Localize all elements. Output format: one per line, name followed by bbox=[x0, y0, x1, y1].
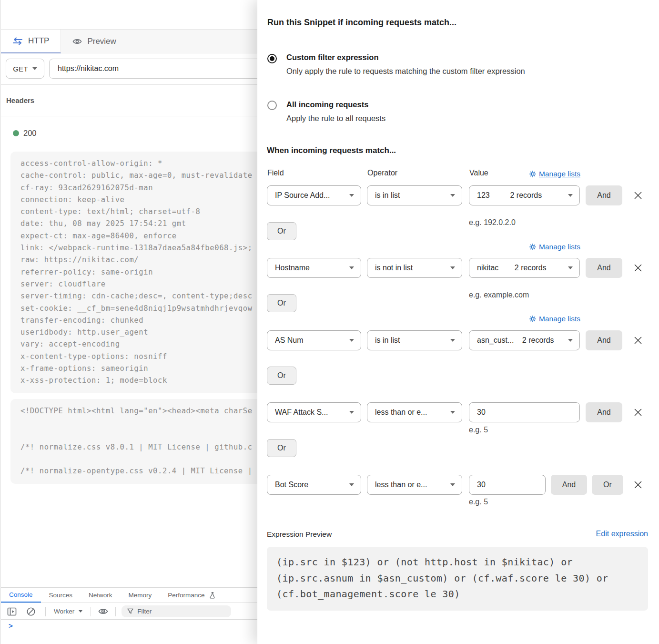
method-select[interactable]: GET bbox=[6, 59, 44, 79]
field-select-row5[interactable]: Bot Score bbox=[267, 475, 361, 495]
or-button-row2[interactable]: Or bbox=[267, 294, 296, 312]
radio-custom-filter-label: Custom filter expression bbox=[286, 53, 378, 62]
field-select-row3[interactable]: AS Num bbox=[267, 330, 361, 350]
value-select-row2[interactable]: nikitac 2 records bbox=[469, 258, 580, 278]
eye-icon bbox=[72, 38, 82, 45]
manage-lists-link[interactable]: Manage lists bbox=[529, 315, 580, 323]
or-button-row5[interactable]: Or bbox=[592, 475, 623, 495]
status-code: 200 bbox=[23, 129, 37, 138]
radio-custom-filter-description: Only apply the rule to requests matching… bbox=[286, 67, 525, 76]
tab-preview[interactable]: Preview bbox=[61, 30, 127, 53]
status-dot-icon bbox=[13, 130, 19, 136]
chevron-down-icon bbox=[349, 483, 354, 486]
chevron-down-icon bbox=[349, 194, 354, 197]
screen: HTTP Preview GET https://nikitac.com Hea… bbox=[0, 0, 659, 644]
chevron-down-icon bbox=[450, 483, 455, 486]
chevron-down-icon bbox=[349, 411, 354, 414]
remove-condition-row5[interactable] bbox=[633, 480, 643, 490]
gear-icon bbox=[529, 316, 536, 322]
operator-select-row2[interactable]: is not in list bbox=[367, 258, 462, 278]
manage-lists-link[interactable]: Manage lists bbox=[529, 243, 580, 251]
chevron-down-icon bbox=[568, 266, 573, 269]
expression-line: (cf.bot_management.score le 30) bbox=[276, 586, 639, 603]
tab-preview-label: Preview bbox=[87, 37, 116, 46]
scrollbar-track-line[interactable] bbox=[654, 0, 654, 644]
chevron-down-icon bbox=[32, 67, 37, 70]
and-button-row5[interactable]: And bbox=[551, 475, 587, 495]
chevron-down-icon bbox=[568, 339, 573, 342]
chevron-down-icon bbox=[349, 266, 354, 269]
remove-condition-row2[interactable] bbox=[633, 263, 643, 273]
value-input-row4[interactable]: 30 bbox=[469, 402, 580, 422]
chevron-down-icon bbox=[450, 339, 455, 342]
swap-arrows-icon bbox=[12, 37, 23, 45]
edit-expression-link[interactable]: Edit expression bbox=[596, 530, 648, 538]
or-button-row1[interactable]: Or bbox=[267, 222, 296, 240]
devtools-tab-sources[interactable]: Sources bbox=[41, 588, 81, 603]
divider bbox=[45, 607, 46, 616]
snippet-rule-drawer: Run this Snippet if incoming requests ma… bbox=[257, 0, 659, 644]
and-button-row1[interactable]: And bbox=[586, 185, 622, 205]
tab-http[interactable]: HTTP bbox=[1, 30, 61, 53]
or-button-row4[interactable]: Or bbox=[267, 439, 296, 457]
operator-select-row3[interactable]: is in list bbox=[367, 330, 462, 350]
value-select-row3[interactable]: asn_cust... 2 records bbox=[469, 330, 580, 350]
column-label-value: Value bbox=[469, 169, 488, 177]
gear-icon bbox=[529, 171, 536, 177]
field-select-row2[interactable]: Hostname bbox=[267, 258, 361, 278]
divider bbox=[115, 607, 116, 616]
operator-select-row4[interactable]: less than or e... bbox=[367, 402, 462, 422]
response-status: 200 bbox=[13, 129, 37, 138]
gear-icon bbox=[529, 244, 536, 250]
worker-label: Worker bbox=[54, 608, 74, 615]
value-select-row1[interactable]: 123 2 records bbox=[469, 185, 580, 205]
console-filter-input[interactable]: Filter bbox=[122, 605, 231, 617]
chevron-down-icon bbox=[450, 411, 455, 414]
chevron-down-icon bbox=[450, 266, 455, 269]
devtools-tab-memory[interactable]: Memory bbox=[121, 588, 160, 603]
remove-condition-row4[interactable] bbox=[633, 408, 643, 417]
expression-preview-label: Expression Preview bbox=[267, 530, 332, 539]
value-hint-row5: e.g. 5 bbox=[469, 498, 488, 506]
or-button-row3[interactable]: Or bbox=[267, 367, 296, 385]
records-count: 2 records bbox=[522, 336, 560, 345]
and-button-row4[interactable]: And bbox=[586, 402, 622, 422]
remove-condition-row1[interactable] bbox=[633, 191, 643, 200]
remove-condition-row3[interactable] bbox=[633, 336, 643, 345]
divider bbox=[91, 607, 91, 616]
chevron-down-icon bbox=[450, 194, 455, 197]
operator-select-row5[interactable]: less than or e... bbox=[367, 475, 462, 495]
manage-lists-link[interactable]: Manage lists bbox=[529, 170, 580, 178]
field-select-row4[interactable]: WAF Attack S... bbox=[267, 402, 361, 422]
value-hint-row2: e.g. example.com bbox=[469, 291, 529, 299]
panel-left-border bbox=[0, 0, 1, 644]
chevron-down-icon bbox=[349, 339, 354, 342]
devtools-tab-network[interactable]: Network bbox=[81, 588, 121, 603]
live-expression-eye-icon[interactable] bbox=[98, 608, 108, 615]
worker-context-select[interactable]: Worker bbox=[54, 608, 82, 615]
operator-select-row1[interactable]: is in list bbox=[367, 185, 462, 205]
chevron-down-icon bbox=[79, 610, 82, 613]
console-sidebar-icon[interactable] bbox=[7, 607, 17, 616]
radio-custom-filter[interactable] bbox=[267, 54, 277, 63]
and-button-row2[interactable]: And bbox=[586, 258, 622, 278]
and-button-row3[interactable]: And bbox=[586, 330, 622, 350]
clear-console-icon[interactable] bbox=[26, 607, 36, 616]
devtools-tab-console[interactable]: Console bbox=[1, 588, 41, 603]
method-label: GET bbox=[13, 65, 28, 73]
radio-all-requests[interactable] bbox=[267, 101, 277, 110]
tab-http-label: HTTP bbox=[28, 36, 49, 46]
flask-icon bbox=[209, 592, 216, 599]
column-label-operator: Operator bbox=[367, 169, 397, 177]
devtools-tab-performance[interactable]: Performance bbox=[160, 588, 223, 603]
funnel-icon bbox=[127, 608, 133, 614]
drawer-title: Run this Snippet if incoming requests ma… bbox=[267, 18, 456, 28]
column-label-field: Field bbox=[267, 169, 284, 177]
value-hint-row4: e.g. 5 bbox=[469, 426, 488, 434]
headers-section-title: Headers bbox=[6, 96, 34, 104]
field-select-row1[interactable]: IP Source Add... bbox=[267, 185, 361, 205]
console-prompt[interactable]: > bbox=[9, 622, 13, 630]
match-heading: When incoming requests match... bbox=[267, 146, 396, 155]
expression-line: (ip.src in $123) or (not http.host in $n… bbox=[276, 554, 639, 571]
value-input-row5[interactable]: 30 bbox=[469, 475, 546, 495]
